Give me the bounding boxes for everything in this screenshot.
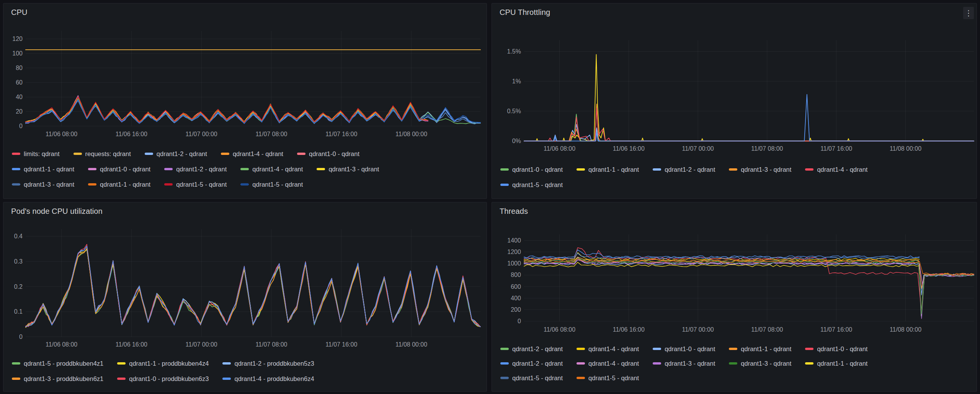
x-tick-label: 11/06 16:00 <box>613 146 645 152</box>
panel-threads: Threads 020040060080010001200140011/06 0… <box>492 202 977 392</box>
legend-item[interactable]: qdrant1-3 - qdrant <box>729 166 791 173</box>
x-tick-label: 11/07 00:00 <box>682 146 714 152</box>
y-tick-label: 1200 <box>507 249 521 255</box>
axis-labels: 02040608010012011/06 08:0011/06 16:0011/… <box>12 36 427 137</box>
legend-series-label: limits: qdrant <box>24 150 60 158</box>
series-line <box>524 108 974 141</box>
legend-series-color-chip <box>12 183 20 186</box>
legend-series-label: qdrant1-2 - qdrant <box>512 345 563 353</box>
legend-item[interactable]: qdrant1-3 - qdrant <box>12 181 74 188</box>
x-tick-label: 11/06 08:00 <box>544 326 575 333</box>
legend-row: limits: qdrantrequests: qdrantqdrant1-2 … <box>12 146 483 161</box>
panel-title-node-cpu[interactable]: Pod's node CPU utilization <box>11 207 103 216</box>
legend-item[interactable]: qdrant1-3 - proddbkuben6z1 <box>12 375 103 383</box>
series-line <box>524 124 974 141</box>
x-tick-label: 11/08 00:00 <box>395 131 427 137</box>
legend-item[interactable]: qdrant1-1 - qdrant <box>729 345 791 353</box>
legend-item[interactable]: qdrant1-4 - proddbkuben6z4 <box>222 375 314 383</box>
legend-item[interactable]: qdrant1-5 - proddbkuben4z1 <box>12 360 103 367</box>
legend-series-label: qdrant1-1 - proddbkuben4z4 <box>129 360 209 367</box>
panel-menu-kebab-icon[interactable]: ⋮ <box>963 7 974 19</box>
legend-item[interactable]: qdrant1-5 - qdrant <box>240 181 303 188</box>
legend-row: qdrant1-5 - qdrant <box>500 177 973 192</box>
legend-series-label: qdrant1-3 - qdrant <box>24 181 74 188</box>
legend-item[interactable]: qdrant1-0 - qdrant <box>653 345 715 353</box>
series-line <box>26 97 428 123</box>
legend-item[interactable]: requests: qdrant <box>74 150 131 158</box>
legend-series-label: qdrant1-1 - qdrant <box>817 360 867 367</box>
legend-series-label: qdrant1-0 - qdrant <box>665 345 715 353</box>
panel-title-cpu-throttling[interactable]: CPU Throttling <box>500 8 550 17</box>
legend-item[interactable]: qdrant1-2 - qdrant <box>164 166 227 173</box>
legend-item[interactable]: qdrant1-4 - qdrant <box>577 345 639 353</box>
legend-item[interactable]: qdrant1-2 - proddbkuben5z3 <box>222 360 314 367</box>
y-tick-label: 20 <box>16 108 23 115</box>
legend-series-color-chip <box>500 184 509 186</box>
legend-item[interactable]: qdrant1-2 - qdrant <box>145 150 207 158</box>
legend-item[interactable]: qdrant1-0 - qdrant <box>88 166 150 173</box>
legend-item[interactable]: qdrant1-4 - qdrant <box>240 166 303 173</box>
x-tick-label: 11/07 00:00 <box>186 131 217 137</box>
panel-title-cpu[interactable]: CPU <box>11 8 28 17</box>
legend-item[interactable]: qdrant1-1 - qdrant <box>12 166 74 173</box>
legend-item[interactable]: qdrant1-5 - qdrant <box>500 181 563 189</box>
legend-item[interactable]: qdrant1-1 - qdrant <box>805 360 867 367</box>
legend-series-label: qdrant1-0 - qdrant <box>100 166 150 173</box>
panel-node-cpu-utilization: Pod's node CPU utilization 00.10.20.30.4… <box>3 202 487 392</box>
legend-series-color-chip <box>317 168 325 170</box>
legend-item[interactable]: qdrant1-1 - qdrant <box>577 166 639 173</box>
legend-item[interactable]: limits: qdrant <box>12 150 60 158</box>
x-tick-label: 11/08 00:00 <box>395 341 427 348</box>
legend-row: qdrant1-5 - qdrantqdrant1-5 - qdrant <box>500 371 973 385</box>
x-tick-label: 11/06 08:00 <box>46 341 77 348</box>
legend-item[interactable]: qdrant1-5 - qdrant <box>164 181 227 188</box>
legend-series-label: qdrant1-2 - qdrant <box>665 166 715 173</box>
legend-series-color-chip <box>729 362 737 365</box>
legend-series-color-chip <box>653 348 661 350</box>
legend-item[interactable]: qdrant1-5 - qdrant <box>500 374 563 382</box>
legend-item[interactable]: qdrant1-2 - qdrant <box>500 360 563 367</box>
legend-series-label: qdrant1-4 - qdrant <box>233 150 283 158</box>
legend-series-label: qdrant1-5 - qdrant <box>512 181 563 189</box>
legend-series-color-chip <box>88 168 96 170</box>
legend-row: qdrant1-0 - qdrantqdrant1-1 - qdrantqdra… <box>500 162 973 177</box>
y-tick-label: 0.1 <box>14 308 23 315</box>
y-tick-label: 0.4 <box>14 233 23 239</box>
legend-item[interactable]: qdrant1-2 - qdrant <box>653 166 715 173</box>
legend-series-label: qdrant1-0 - qdrant <box>512 166 563 173</box>
series-line <box>524 258 974 275</box>
legend-item[interactable]: qdrant1-3 - qdrant <box>729 360 791 367</box>
legend-item[interactable]: qdrant1-4 - qdrant <box>221 150 283 158</box>
legend-series-label: qdrant1-2 - proddbkuben5z3 <box>234 360 314 367</box>
legend-item[interactable]: qdrant1-4 - qdrant <box>805 166 867 173</box>
legend-item[interactable]: qdrant1-2 - qdrant <box>500 345 563 353</box>
legend-item[interactable]: qdrant1-1 - proddbkuben4z4 <box>117 360 209 367</box>
legend-item[interactable]: qdrant1-0 - qdrant <box>297 150 359 158</box>
series-lines <box>26 50 480 124</box>
x-tick-label: 11/06 08:00 <box>544 146 575 152</box>
legend-series-label: qdrant1-5 - proddbkuben4z1 <box>24 360 103 367</box>
legend-item[interactable]: qdrant1-0 - qdrant <box>805 345 867 353</box>
x-tick-label: 11/06 08:00 <box>46 131 77 137</box>
legend-series-color-chip <box>12 378 20 380</box>
legend-item[interactable]: qdrant1-1 - qdrant <box>88 181 150 188</box>
axis-labels: 020040060080010001200140011/06 08:0011/0… <box>507 237 921 333</box>
panel-title-threads[interactable]: Threads <box>500 207 528 216</box>
series-line <box>26 250 480 327</box>
legend-item[interactable]: qdrant1-0 - qdrant <box>500 166 563 173</box>
legend-series-color-chip <box>500 348 509 350</box>
y-tick-label: 0.2 <box>14 283 23 290</box>
x-tick-label: 11/07 16:00 <box>325 341 357 348</box>
legend-item[interactable]: qdrant1-5 - qdrant <box>577 374 639 382</box>
legend-item[interactable]: qdrant1-3 - qdrant <box>653 360 715 367</box>
y-tick-label: 200 <box>511 306 521 313</box>
legend-series-color-chip <box>74 153 82 155</box>
legend-item[interactable]: qdrant1-3 - qdrant <box>317 166 379 173</box>
legend-row: qdrant1-3 - qdrantqdrant1-1 - qdrantqdra… <box>12 177 483 192</box>
legend-item[interactable]: qdrant1-0 - proddbkuben6z3 <box>117 375 209 383</box>
legend-series-color-chip <box>805 348 813 350</box>
legend-series-label: qdrant1-1 - qdrant <box>588 166 639 173</box>
legend-item[interactable]: qdrant1-4 - qdrant <box>577 360 639 367</box>
legend-series-color-chip <box>145 153 153 155</box>
series-line <box>26 248 480 327</box>
